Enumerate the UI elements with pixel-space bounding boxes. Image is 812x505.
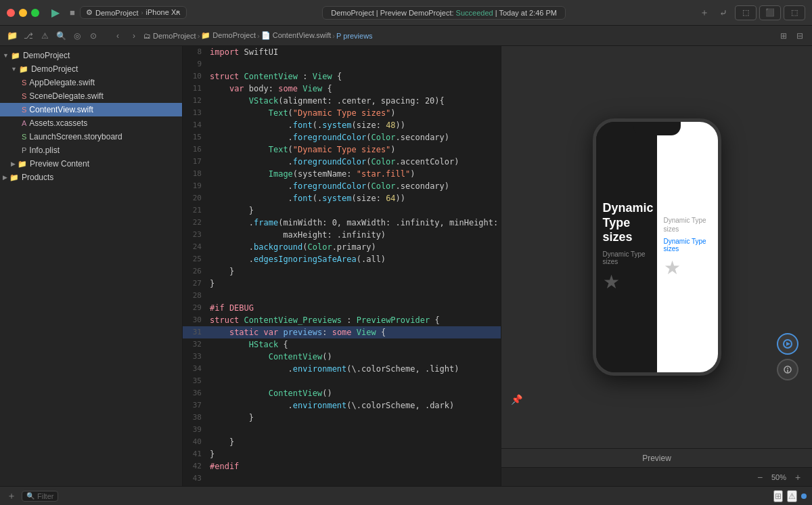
- folder-icon: 📁: [18, 160, 27, 169]
- token-plain: }: [210, 449, 215, 459]
- nav-label: Preview Content: [30, 159, 89, 169]
- code-line-29: 29#if DEBUG: [183, 302, 501, 314]
- breakpoint-icon-btn[interactable]: ⊙: [87, 29, 100, 43]
- layout-btn-1[interactable]: ⬚: [735, 5, 757, 20]
- token-plain: .secondary): [396, 133, 449, 142]
- code-line-32: 32 HStack {: [183, 338, 501, 351]
- fullscreen-button[interactable]: [31, 9, 39, 17]
- warning-icon-btn[interactable]: ⚠: [38, 29, 51, 43]
- preview-panel: Dynamic Type sizes Dynamic Type sizes ★ …: [501, 46, 812, 486]
- token-type: Color: [371, 157, 395, 167]
- token-plain: (): [322, 352, 332, 361]
- zoom-out-button[interactable]: −: [754, 471, 766, 483]
- line-number: 34: [183, 363, 207, 375]
- token-type: HStack: [249, 340, 278, 349]
- nav-label: AppDelegate.swift: [29, 78, 95, 87]
- code-line-15: 15 .foregroundColor(Color.secondary): [183, 131, 501, 144]
- add-file-button[interactable]: ＋: [5, 490, 18, 502]
- inspect-preview-button[interactable]: [777, 359, 798, 380]
- forward-nav-button[interactable]: ›: [127, 29, 141, 43]
- nav-item-demoproj[interactable]: ▼ 📁 DemoProject: [0, 62, 182, 76]
- nav-item-demoproj-root[interactable]: ▼ 📁 DemoProject: [0, 49, 182, 62]
- token-func-name: frame: [254, 218, 278, 227]
- disclosure-arrow: ▶: [3, 174, 7, 181]
- grid-view-button[interactable]: ⊞: [773, 490, 783, 502]
- code-line-37: 37 .environment(\.colorScheme, .dark): [183, 399, 501, 412]
- pin-icon: 📌: [511, 394, 522, 405]
- token-plain: (.: [313, 120, 322, 130]
- line-number: 17: [183, 156, 207, 168]
- token-func-name: edgesIgnoringSafeArea: [254, 255, 357, 264]
- token-plain: [210, 108, 269, 118]
- nav-item-scenedelegate[interactable]: S SceneDelegate.swift: [0, 89, 182, 103]
- nav-item-contentview[interactable]: S ContentView.swift: [0, 103, 182, 116]
- screen-light: Dynamic Type sizes Dynamic Type sizes ★: [657, 122, 718, 372]
- scheme-selector[interactable]: ⚙ DemoProject › iPhone Xʀ: [80, 6, 187, 19]
- preview-zoom-bar: − 50% +: [501, 467, 812, 486]
- token-kw: struct: [210, 72, 239, 81]
- line-number: 32: [183, 338, 207, 351]
- split-editor-btn[interactable]: ⊞: [777, 29, 790, 43]
- add-button[interactable]: ＋: [697, 5, 712, 20]
- nav-item-appdelegate[interactable]: S AppDelegate.swift: [0, 76, 182, 89]
- token-plain: (): [322, 389, 332, 398]
- breadcrumb-item-3: 📄 ContentView.swift: [261, 31, 332, 40]
- disclosure-arrow: ▶: [11, 160, 16, 167]
- line-content: Text("Dynamic Type sizes"): [207, 144, 396, 156]
- line-number: 14: [183, 119, 207, 131]
- nav-item-products[interactable]: ▶ 📁 Products: [0, 171, 182, 184]
- filter-box[interactable]: 🔍 Filter: [22, 491, 58, 502]
- play-preview-button[interactable]: [777, 333, 798, 355]
- minimize-button[interactable]: [19, 9, 27, 17]
- nav-item-preview-content[interactable]: ▶ 📁 Preview Content: [0, 157, 182, 171]
- close-button[interactable]: [7, 9, 15, 17]
- token-plain: :: [322, 328, 332, 337]
- inspector-btn[interactable]: ⊟: [793, 29, 807, 43]
- line-number: 37: [183, 399, 207, 412]
- nav-item-infoplist[interactable]: P Info.plist: [0, 144, 182, 157]
- stop-button[interactable]: ■: [65, 5, 80, 20]
- token-plain: [210, 145, 269, 154]
- plist-icon: P: [22, 146, 26, 154]
- token-plain: {: [332, 72, 342, 81]
- svg-rect-4: [787, 370, 788, 372]
- token-kw: var: [264, 328, 279, 337]
- nav-label: LaunchScreen.storyboard: [29, 132, 122, 141]
- back-nav-button[interactable]: ‹: [111, 29, 125, 43]
- search-icon-btn[interactable]: 🔍: [54, 29, 68, 43]
- run-button[interactable]: ▶: [46, 3, 65, 22]
- code-area[interactable]: 8import SwiftUI910struct ContentView : V…: [183, 46, 501, 486]
- preview-label: Preview: [501, 448, 812, 467]
- token-prop: previews: [283, 328, 322, 337]
- nav-item-assets[interactable]: A Assets.xcassets: [0, 116, 182, 130]
- layout-btn-3[interactable]: ⬚: [784, 5, 805, 20]
- debug-icon-btn[interactable]: ◎: [70, 29, 84, 43]
- line-content: }: [207, 436, 234, 448]
- breadcrumb-item-1: 🗂 DemoProject: [143, 32, 196, 40]
- line-number: 40: [183, 436, 207, 448]
- folder-icon-btn[interactable]: 📁: [5, 29, 19, 43]
- code-line-39: 39: [183, 424, 501, 436]
- line-content: .font(.system(size: 64)): [207, 192, 405, 204]
- nav-item-launchscreen[interactable]: S LaunchScreen.storyboard: [0, 130, 182, 144]
- code-editor: 8import SwiftUI910struct ContentView : V…: [183, 46, 501, 486]
- layout-btn-2[interactable]: ⬛: [759, 5, 781, 20]
- token-func-name: background: [254, 242, 302, 252]
- token-type: VStack: [249, 96, 278, 106]
- token-plain: [210, 340, 249, 349]
- phone-frame: Dynamic Type sizes Dynamic Type sizes ★ …: [593, 118, 721, 376]
- source-icon-btn[interactable]: ⎇: [22, 29, 35, 43]
- code-line-18: 18 Image(systemName: "star.fill"): [183, 168, 501, 180]
- return-button[interactable]: ⤶: [716, 5, 731, 20]
- issue-navigator-button[interactable]: ⚠: [787, 490, 797, 502]
- preview-star-light: ★: [664, 257, 681, 279]
- code-line-9: 9: [183, 58, 501, 70]
- token-plain: [210, 169, 269, 179]
- line-number: 25: [183, 253, 207, 265]
- line-content: VStack(alignment: .center, spacing: 20){: [207, 95, 445, 107]
- code-line-23: 23 maxHeight: .infinity): [183, 229, 501, 241]
- zoom-in-button[interactable]: +: [792, 471, 804, 483]
- token-kw: struct: [210, 315, 239, 325]
- token-func-name: foregroundColor: [293, 133, 366, 142]
- svg-point-3: [787, 368, 788, 369]
